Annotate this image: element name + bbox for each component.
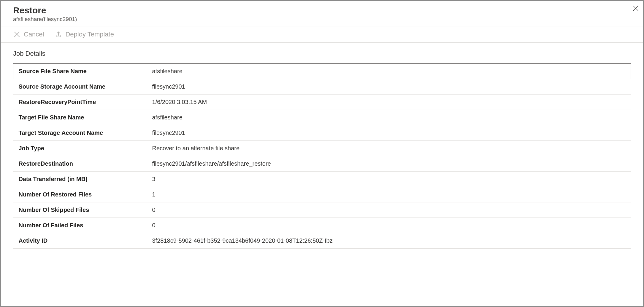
table-row: Source Storage Account Namefilesync2901	[13, 79, 631, 95]
detail-label: Job Type	[13, 141, 147, 156]
detail-label: Source Storage Account Name	[13, 79, 147, 95]
detail-label: Target File Share Name	[13, 110, 147, 125]
page-subtitle: afsfileshare(filesync2901)	[13, 16, 631, 23]
detail-label: Data Transferred (in MB)	[13, 172, 147, 187]
close-icon	[632, 5, 639, 12]
detail-value: Recover to an alternate file share	[147, 141, 631, 156]
detail-label: Number Of Skipped Files	[13, 202, 147, 218]
detail-value: 0	[147, 218, 631, 233]
section-title: Job Details	[13, 50, 631, 57]
detail-value: 1/6/2020 3:03:15 AM	[147, 95, 631, 110]
table-row: Target File Share Nameafsfileshare	[13, 110, 631, 125]
table-row: RestoreRecoveryPointTime1/6/2020 3:03:15…	[13, 95, 631, 110]
content-area: Job Details Source File Share Nameafsfil…	[1, 43, 643, 256]
detail-value: 3	[147, 172, 631, 187]
detail-value: filesync2901/afsfileshare/afsfileshare_r…	[147, 156, 631, 172]
cancel-label: Cancel	[24, 31, 44, 38]
table-row: Job TypeRecover to an alternate file sha…	[13, 141, 631, 156]
table-row: Number Of Failed Files0	[13, 218, 631, 233]
detail-value: 0	[147, 202, 631, 218]
detail-label: RestoreRecoveryPointTime	[13, 95, 147, 110]
detail-label: RestoreDestination	[13, 156, 147, 172]
detail-value: filesync2901	[147, 79, 631, 95]
upload-icon	[55, 31, 62, 38]
detail-value: afsfileshare	[147, 64, 631, 79]
detail-label: Source File Share Name	[13, 64, 147, 79]
cancel-button[interactable]: Cancel	[13, 31, 44, 38]
detail-label: Number Of Restored Files	[13, 187, 147, 202]
close-button[interactable]	[630, 3, 641, 14]
detail-value: afsfileshare	[147, 110, 631, 125]
toolbar: Cancel Deploy Template	[1, 26, 643, 43]
table-row: Data Transferred (in MB)3	[13, 172, 631, 187]
table-row: Source File Share Nameafsfileshare	[13, 64, 631, 79]
detail-value: 3f2818c9-5902-461f-b352-9ca134b6f049-202…	[147, 233, 631, 249]
page-title: Restore	[13, 5, 631, 15]
detail-label: Activity ID	[13, 233, 147, 249]
detail-value: filesync2901	[147, 125, 631, 141]
cancel-icon	[13, 31, 21, 38]
deploy-template-button[interactable]: Deploy Template	[55, 31, 114, 38]
table-row: Activity ID3f2818c9-5902-461f-b352-9ca13…	[13, 233, 631, 249]
table-row: RestoreDestinationfilesync2901/afsfilesh…	[13, 156, 631, 172]
detail-label: Number Of Failed Files	[13, 218, 147, 233]
job-details-table: Source File Share NameafsfileshareSource…	[13, 63, 631, 249]
table-row: Number Of Skipped Files0	[13, 202, 631, 218]
table-row: Target Storage Account Namefilesync2901	[13, 125, 631, 141]
detail-label: Target Storage Account Name	[13, 125, 147, 141]
deploy-template-label: Deploy Template	[65, 31, 114, 38]
table-row: Number Of Restored Files1	[13, 187, 631, 202]
detail-value: 1	[147, 187, 631, 202]
panel-header: Restore afsfileshare(filesync2901)	[1, 1, 643, 26]
